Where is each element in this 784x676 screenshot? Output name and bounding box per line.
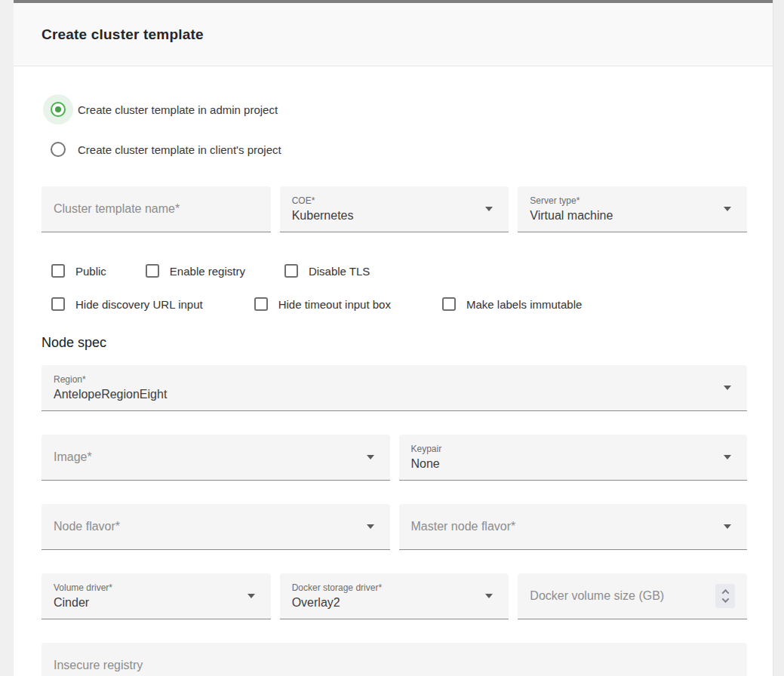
storage-row: Volume driver* Cinder Docker storage dri…: [42, 573, 747, 619]
checkbox-icon[interactable]: [442, 297, 456, 311]
page-gutter-left: [0, 0, 14, 676]
radio-option-client-project[interactable]: Create cluster template in client's proj…: [43, 134, 747, 164]
volume-driver-select[interactable]: Volume driver* Cinder: [42, 573, 271, 619]
checkbox-icon[interactable]: [146, 264, 159, 278]
server-type-value: Virtual machine: [530, 209, 735, 223]
panel-header: Create cluster template: [14, 3, 773, 66]
checkbox-label: Make labels immutable: [466, 298, 582, 311]
node-flavor-select[interactable]: Node flavor*: [42, 504, 390, 550]
chevron-down-icon: [724, 455, 731, 459]
options-checkbox-row-2: Hide discovery URL input Hide timeout in…: [42, 297, 747, 311]
region-select[interactable]: Region* AntelopeRegionEight: [42, 365, 747, 411]
coe-select[interactable]: COE* Kubernetes: [280, 186, 509, 232]
chevron-down-icon: [367, 455, 374, 459]
cluster-template-name-input[interactable]: [54, 186, 259, 232]
chevron-down-icon: [485, 594, 493, 598]
volume-driver-label: Volume driver*: [54, 582, 259, 593]
chevron-down-icon: [247, 594, 255, 598]
radio-option-admin-project[interactable]: Create cluster template in admin project: [43, 94, 747, 124]
chevron-down-icon: [724, 207, 731, 211]
project-scope-radio-group: Create cluster template in admin project…: [43, 94, 747, 164]
volume-driver-value: Cinder: [54, 596, 259, 610]
checkbox-public[interactable]: Public: [51, 264, 106, 278]
checkbox-icon[interactable]: [254, 297, 268, 311]
image-keypair-row: Image* Keypair None: [42, 435, 747, 481]
node-flavor-placeholder: Node flavor*: [54, 520, 378, 533]
docker-storage-driver-value: Overlay2: [292, 596, 497, 610]
region-label: Region*: [54, 374, 735, 385]
flavors-row: Node flavor* Master node flavor*: [42, 504, 747, 550]
radio-halo: [43, 94, 73, 124]
keypair-value: None: [411, 457, 736, 471]
checkbox-hide-discovery-url[interactable]: Hide discovery URL input: [51, 297, 203, 311]
region-row: Region* AntelopeRegionEight: [42, 365, 747, 411]
cluster-template-name-field: [42, 186, 271, 232]
page-title: Create cluster template: [42, 26, 204, 43]
checkbox-enable-registry[interactable]: Enable registry: [146, 264, 245, 278]
chevron-down-icon: [724, 524, 731, 529]
keypair-select[interactable]: Keypair None: [399, 435, 748, 481]
docker-volume-size-field: [518, 573, 747, 619]
radio-halo: [43, 134, 73, 164]
panel-body: Create cluster template in admin project…: [14, 66, 773, 676]
docker-storage-driver-label: Docker storage driver*: [292, 582, 497, 593]
insecure-registry-row: [42, 643, 747, 676]
checkbox-label: Disable TLS: [309, 265, 370, 278]
keypair-label: Keypair: [411, 444, 736, 454]
master-node-flavor-select[interactable]: Master node flavor*: [399, 504, 748, 550]
checkbox-label: Public: [75, 265, 106, 278]
insecure-registry-input[interactable]: [54, 643, 735, 676]
region-value: AntelopeRegionEight: [54, 388, 735, 401]
number-stepper[interactable]: [715, 584, 735, 608]
docker-storage-driver-select[interactable]: Docker storage driver* Overlay2: [280, 573, 509, 619]
docker-volume-size-input[interactable]: [530, 573, 735, 619]
master-node-flavor-placeholder: Master node flavor*: [411, 520, 736, 533]
image-placeholder: Image*: [54, 450, 378, 464]
create-cluster-template-panel: Create cluster template Create cluster t…: [14, 0, 773, 676]
options-checkbox-row-1: Public Enable registry Disable TLS: [42, 264, 747, 278]
checkbox-hide-timeout[interactable]: Hide timeout input box: [254, 297, 391, 311]
server-type-select[interactable]: Server type* Virtual machine: [518, 186, 747, 232]
checkbox-label: Hide discovery URL input: [75, 298, 203, 311]
coe-label: COE*: [292, 195, 497, 206]
checkbox-icon[interactable]: [51, 297, 65, 311]
chevron-down-icon: [485, 207, 493, 211]
chevron-down-icon: [721, 595, 729, 603]
image-select[interactable]: Image*: [42, 435, 390, 481]
insecure-registry-field: [42, 643, 747, 676]
checkbox-icon[interactable]: [284, 264, 298, 278]
checkbox-label: Hide timeout input box: [278, 298, 391, 311]
checkbox-label: Enable registry: [170, 265, 245, 278]
checkbox-icon[interactable]: [51, 264, 65, 278]
radio-button-icon: [51, 142, 66, 157]
checkbox-disable-tls[interactable]: Disable TLS: [284, 264, 370, 278]
chevron-down-icon: [367, 524, 374, 529]
chevron-down-icon: [724, 386, 731, 390]
radio-option-label: Create cluster template in client's proj…: [78, 143, 281, 156]
checkbox-labels-immutable[interactable]: Make labels immutable: [442, 297, 582, 311]
coe-value: Kubernetes: [292, 209, 497, 223]
scrollbar-track[interactable]: [773, 0, 784, 676]
server-type-label: Server type*: [530, 195, 735, 206]
radio-dot-icon: [55, 106, 61, 112]
radio-option-label: Create cluster template in admin project: [78, 103, 278, 116]
radio-button-icon: [51, 102, 66, 117]
node-spec-heading: Node spec: [42, 335, 747, 351]
template-basics-row: COE* Kubernetes Server type* Virtual mac…: [42, 186, 747, 232]
